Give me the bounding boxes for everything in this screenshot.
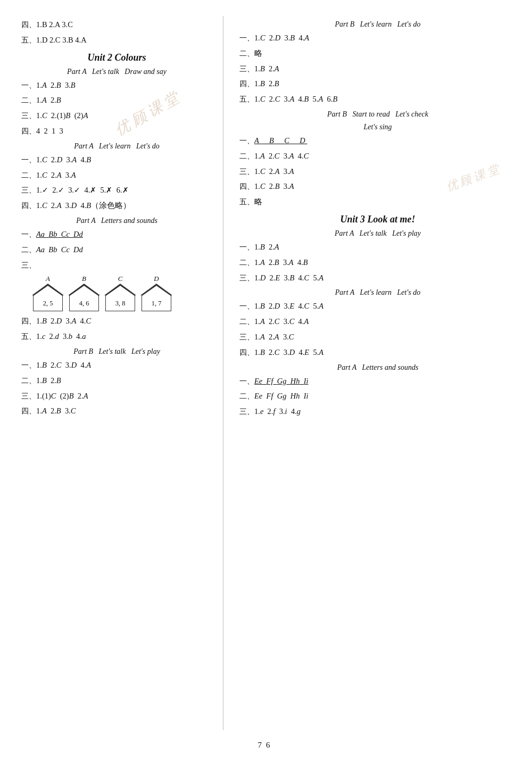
b-talk-4: 四、1.A 2.B 3.C <box>21 404 212 418</box>
rb-learn-3: 三、1.B 2.A <box>239 62 516 76</box>
unit3-title: Unit 3 Look at me! <box>239 214 516 225</box>
u3-pa-learn-2: 二、1.A 2.C 3.C 4.A <box>239 315 516 328</box>
part-a-letters-title: Part A Letters and sounds <box>21 217 212 225</box>
houses-row: A 2, 5 B 4, 6 <box>32 275 212 311</box>
b-talk-2: 二、1.B 2.B <box>21 374 212 387</box>
rb-read-2: 二、1.A 2.C 3.A 4.C <box>239 150 516 163</box>
page-number: 76 <box>0 741 532 750</box>
a-learn-1: 一、1.C 2.D 3.A 4.B <box>21 153 212 167</box>
rb-sing-title: Let's sing <box>239 123 516 131</box>
house-d-body: 1, 7 <box>142 295 171 311</box>
u3-pa-learn-3: 三、1.A 2.A 3.C <box>239 330 516 344</box>
house-c: C 3, 8 <box>104 275 136 311</box>
row-si: 四、1.B 2.A 3.C <box>21 18 212 31</box>
rb-read-title: Part B Start to read Let's check <box>239 110 516 119</box>
house-d-roof <box>140 284 172 295</box>
u3-pa-learn-4: 四、1.B 2.C 3.D 4.E 5.A <box>239 346 516 359</box>
part-a-learn-title: Part A Let's learn Let's do <box>21 142 212 151</box>
a-talk-4: 四、4 2 1 3 <box>21 125 212 138</box>
page: 四、1.B 2.A 3.C 五、1.D 2.C 3.B 4.A Unit 2 C… <box>0 0 532 771</box>
u3-letters-1: 一、Ee Ff Gg Hh Ii <box>239 375 516 388</box>
rb-read-4: 四、1.C 2.B 3.A <box>239 180 516 193</box>
a-letters-3: 三、 <box>21 259 212 272</box>
a-talk-1: 一、1.A 2.B 3.B <box>21 79 212 92</box>
u3-pa-talk-3: 三、1.D 2.E 3.B 4.C 5.A <box>239 271 516 285</box>
b-talk-1: 一、1.B 2.C 3.D 4.A <box>21 359 212 372</box>
a-letters-5: 五、1.c 2.d 3.b 4.a <box>21 330 212 343</box>
part-b-talk-title: Part B Let's talk Let's play <box>21 347 212 356</box>
u3-pa-talk-2: 二、1.A 2.B 3.A 4.B <box>239 256 516 269</box>
house-b: B 4, 6 <box>68 275 100 311</box>
house-d: D 1, 7 <box>140 275 172 311</box>
u3-pa-talk-1: 一、1.B 2.A <box>239 241 516 254</box>
a-talk-2: 二、1.A 2.B <box>21 94 212 107</box>
house-b-roof <box>68 284 100 295</box>
u3-pa-learn-title: Part A Let's learn Let's do <box>239 288 516 297</box>
row-wu: 五、1.D 2.C 3.B 4.A <box>21 34 212 47</box>
rb-learn-4: 四、1.B 2.B <box>239 77 516 90</box>
u3-letters-2: 二、Ee Ff Gg Hh Ii <box>239 389 516 403</box>
rb-learn-5: 五、1.C 2.C 3.A 4.B 5.A 6.B <box>239 93 516 106</box>
columns: 四、1.B 2.A 3.C 五、1.D 2.C 3.B 4.A Unit 2 C… <box>0 16 532 730</box>
u3-letters-3: 三、1.e 2.f 3.i 4.g <box>239 405 516 418</box>
a-letters-1: 一、Aa Bb Cc Dd <box>21 228 212 241</box>
right-column: Part B Let's learn Let's do 一、1.C 2.D 3.… <box>223 16 532 730</box>
house-c-roof <box>104 284 136 295</box>
house-a-body: 2, 5 <box>33 295 63 311</box>
house-a-roof <box>32 284 64 295</box>
u3-pa-talk-title: Part A Let's talk Let's play <box>239 229 516 238</box>
rb-learn-title: Part B Let's learn Let's do <box>239 20 516 29</box>
rb-learn-1: 一、1.C 2.D 3.B 4.A <box>239 31 516 45</box>
rb-read-3: 三、1.C 2.A 3.A <box>239 165 516 178</box>
u3-letters-title: Part A Letters and sounds <box>239 363 516 372</box>
a-learn-2: 二、1.C 2.A 3.A <box>21 169 212 182</box>
a-learn-3: 三、1.✓ 2.✓ 3.✓ 4.✗ 5.✗ 6.✗ <box>21 184 212 197</box>
part-a-talk-title: Part A Let's talk Draw and say <box>21 68 212 76</box>
house-b-body: 4, 6 <box>69 295 99 311</box>
b-talk-3: 三、1.(1)C (2)B 2.A <box>21 389 212 403</box>
house-a: A 2, 5 <box>32 275 64 311</box>
unit2-title: Unit 2 Colours <box>21 52 212 63</box>
a-learn-4: 四、1.C 2.A 3.D 4.B（涂色略） <box>21 199 212 212</box>
left-column: 四、1.B 2.A 3.C 五、1.D 2.C 3.B 4.A Unit 2 C… <box>0 16 223 730</box>
a-talk-3: 三、1.C 2.(1)B (2)A <box>21 109 212 122</box>
u3-pa-learn-1: 一、1.B 2.D 3.E 4.C 5.A <box>239 300 516 313</box>
rb-learn-2: 二、略 <box>239 47 516 60</box>
a-letters-2: 二、Aa Bb Cc Dd <box>21 243 212 256</box>
a-letters-4: 四、1.B 2.D 3.A 4.C <box>21 314 212 328</box>
house-c-body: 3, 8 <box>105 295 135 311</box>
rb-read-1: 一、A B C D <box>239 134 516 147</box>
rb-read-5: 五、略 <box>239 195 516 209</box>
